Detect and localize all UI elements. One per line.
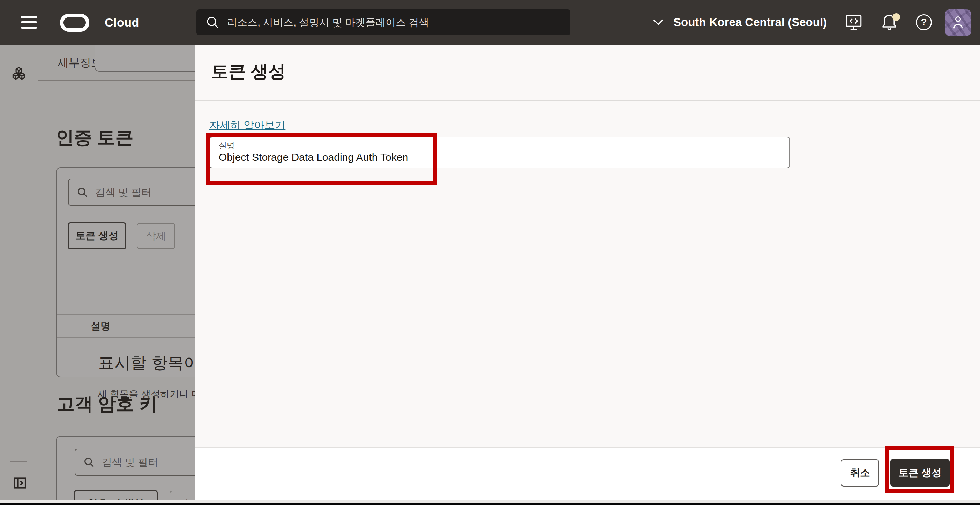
help-symbol: ? [921, 17, 927, 28]
oracle-logo[interactable] [60, 14, 89, 32]
hamburger-menu-icon[interactable] [21, 16, 37, 29]
drawer-footer: 취소 토큰 생성 [196, 448, 980, 500]
region-selector[interactable]: South Korea Central (Seoul) [653, 0, 827, 44]
generate-token-drawer: 토큰 생성 자세히 알아보기 설명 취소 토큰 생성 [196, 44, 980, 500]
drawer-title: 토큰 생성 [211, 60, 286, 83]
global-search[interactable] [196, 10, 570, 35]
cloud-shell-icon[interactable] [844, 0, 864, 44]
bottom-scrollbar-strip [0, 500, 980, 503]
description-field-label: 설명 [219, 141, 789, 151]
drawer-title-divider [196, 100, 980, 101]
region-label: South Korea Central (Seoul) [673, 16, 827, 29]
global-search-input[interactable] [227, 17, 562, 28]
learn-more-link[interactable]: 자세히 알아보기 [209, 118, 285, 133]
notification-badge [892, 13, 900, 21]
cancel-button[interactable]: 취소 [841, 459, 879, 486]
brand-label: Cloud [105, 0, 139, 44]
description-input[interactable] [219, 151, 777, 163]
search-icon [205, 15, 220, 29]
help-icon[interactable]: ? [916, 0, 932, 44]
description-field[interactable]: 설명 [209, 137, 790, 168]
bottom-window-edge [0, 503, 980, 505]
user-avatar[interactable] [945, 10, 971, 36]
topbar: Cloud South Korea Central (Seoul) ? [0, 0, 980, 44]
person-icon [951, 14, 965, 31]
chevron-down-icon [653, 19, 663, 25]
generate-token-submit-button[interactable]: 토큰 생성 [890, 459, 950, 486]
notifications-bell-icon[interactable] [880, 0, 899, 44]
